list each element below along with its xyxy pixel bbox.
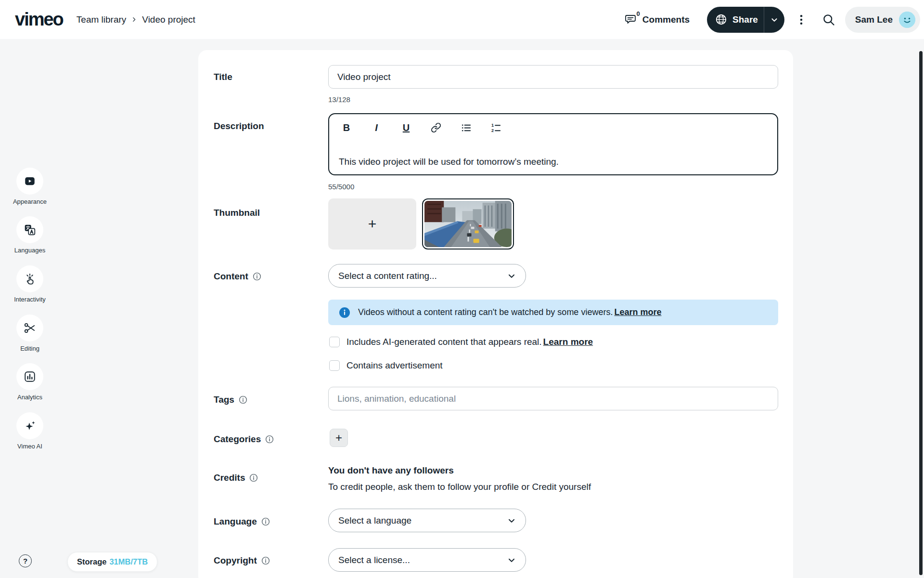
ai-content-text: Includes AI-generated content that appea… bbox=[346, 337, 542, 347]
comments-label: Comments bbox=[642, 14, 690, 25]
copyright-label: Copyright bbox=[214, 554, 270, 567]
ai-learn-more-link[interactable]: Learn more bbox=[543, 337, 593, 347]
categories-label: Categories bbox=[214, 433, 274, 446]
editing-icon bbox=[16, 315, 43, 342]
content-rating-select[interactable]: Select a content rating... bbox=[328, 264, 526, 288]
title-char-count: 13/128 bbox=[328, 95, 350, 104]
bold-button[interactable]: B bbox=[340, 121, 353, 134]
info-icon[interactable] bbox=[249, 473, 258, 482]
credits-label-text: Credits bbox=[214, 473, 245, 483]
user-name: Sam Lee bbox=[855, 14, 893, 25]
advertisement-checkbox-label: Contains advertisement bbox=[346, 360, 443, 371]
info-icon[interactable] bbox=[265, 435, 274, 444]
underline-button[interactable]: U bbox=[399, 121, 413, 134]
sidebar-item-interactivity[interactable]: Interactivity bbox=[0, 265, 60, 303]
share-label: Share bbox=[732, 14, 758, 25]
advertisement-checkbox[interactable] bbox=[329, 360, 340, 371]
content-rating-banner: Videos without a content rating can't be… bbox=[328, 300, 778, 325]
languages-icon bbox=[16, 216, 43, 243]
info-icon[interactable] bbox=[239, 395, 247, 404]
add-category-button[interactable]: + bbox=[330, 429, 348, 447]
link-icon bbox=[431, 122, 441, 133]
user-menu[interactable]: Sam Lee bbox=[845, 7, 920, 33]
top-bar: vimeo Team library Video project 0 Comme… bbox=[0, 0, 924, 39]
chevron-down-icon bbox=[506, 555, 517, 565]
video-settings-card: Title 13/128 Description B I U bbox=[198, 50, 793, 578]
thumbnail-selected[interactable] bbox=[422, 198, 514, 250]
learn-more-link[interactable]: Learn more bbox=[614, 307, 661, 317]
tags-label-text: Tags bbox=[214, 394, 234, 405]
help-button[interactable]: ? bbox=[19, 554, 32, 567]
info-icon[interactable] bbox=[261, 556, 270, 565]
description-char-count: 55/5000 bbox=[328, 183, 354, 191]
vimeo-logo[interactable]: vimeo bbox=[15, 9, 63, 30]
search-button[interactable] bbox=[821, 12, 836, 27]
thumbnail-image bbox=[424, 201, 512, 247]
chevron-down-icon bbox=[506, 515, 517, 526]
content-label-text: Content bbox=[214, 271, 248, 282]
info-icon[interactable] bbox=[261, 517, 270, 526]
link-button[interactable] bbox=[429, 121, 443, 134]
comments-icon: 0 bbox=[624, 13, 638, 26]
search-icon bbox=[822, 13, 835, 26]
more-options-button[interactable] bbox=[794, 13, 808, 27]
sidebar-item-label: Editing bbox=[20, 345, 39, 352]
description-editor[interactable]: B I U bbox=[328, 113, 778, 175]
kebab-menu-icon bbox=[795, 13, 808, 26]
language-label-text: Language bbox=[214, 516, 257, 527]
sidebar-item-label: Analytics bbox=[17, 394, 42, 401]
sidebar-item-languages[interactable]: Languages bbox=[0, 216, 60, 254]
privacy-globe-icon bbox=[715, 13, 728, 26]
comments-button[interactable]: 0 Comments bbox=[621, 13, 693, 26]
info-filled-icon bbox=[339, 307, 350, 318]
sidebar-item-label: Vimeo AI bbox=[17, 443, 42, 450]
breadcrumb-team-library[interactable]: Team library bbox=[77, 14, 126, 25]
italic-button[interactable]: I bbox=[370, 121, 383, 134]
chevron-down-icon bbox=[769, 14, 780, 25]
copyright-select[interactable]: Select a license... bbox=[328, 548, 526, 572]
copyright-label-text: Copyright bbox=[214, 555, 257, 566]
share-button[interactable]: Share bbox=[707, 7, 764, 33]
sidebar-item-editing[interactable]: Editing bbox=[0, 315, 60, 352]
ai-content-checkbox-label: Includes AI-generated content that appea… bbox=[346, 337, 593, 347]
credits-heading: You don't have any followers bbox=[328, 465, 454, 476]
share-button-group: Share bbox=[707, 7, 784, 33]
interactivity-icon bbox=[16, 265, 43, 292]
question-mark-icon: ? bbox=[23, 557, 27, 565]
categories-label-text: Categories bbox=[214, 434, 261, 445]
language-label: Language bbox=[214, 515, 270, 528]
content-rating-value: Select a content rating... bbox=[338, 271, 437, 281]
sidebar-item-appearance[interactable]: Appearance bbox=[0, 168, 60, 205]
info-icon[interactable] bbox=[253, 272, 261, 281]
sidebar-item-label: Interactivity bbox=[14, 296, 46, 303]
ai-content-checkbox-row[interactable]: Includes AI-generated content that appea… bbox=[329, 337, 593, 347]
description-text[interactable]: This video project will be used for tomo… bbox=[339, 157, 559, 167]
chevron-right-icon bbox=[131, 16, 137, 23]
thumbnail-add-button[interactable]: + bbox=[328, 198, 416, 250]
tags-input[interactable] bbox=[328, 387, 778, 410]
numbered-list-button[interactable]: 1 2 bbox=[489, 121, 502, 134]
bullet-list-icon bbox=[461, 122, 472, 133]
numbered-list-icon: 1 2 bbox=[490, 122, 501, 133]
vimeo-ai-icon bbox=[16, 412, 43, 439]
advertisement-checkbox-row[interactable]: Contains advertisement bbox=[329, 360, 443, 371]
sidebar-item-label: Appearance bbox=[13, 198, 47, 205]
copyright-value: Select a license... bbox=[338, 555, 410, 565]
share-dropdown-button[interactable] bbox=[764, 7, 784, 33]
thumbnail-label: Thumbnail bbox=[214, 207, 260, 219]
storage-indicator[interactable]: Storage 31MB/7TB bbox=[67, 552, 157, 572]
credits-description: To credit people, ask them to follow you… bbox=[328, 482, 591, 492]
plus-icon: + bbox=[335, 431, 342, 445]
language-select[interactable]: Select a language bbox=[328, 509, 526, 532]
description-label: Description bbox=[214, 120, 264, 132]
sidebar-item-vimeo-ai[interactable]: Vimeo AI bbox=[0, 412, 60, 450]
chevron-down-icon bbox=[506, 271, 517, 281]
ai-content-checkbox[interactable] bbox=[329, 337, 340, 347]
breadcrumb-current: Video project bbox=[142, 14, 195, 25]
title-input[interactable] bbox=[328, 65, 778, 89]
sidebar-item-analytics[interactable]: Analytics bbox=[0, 363, 60, 401]
content-label: Content bbox=[214, 270, 261, 283]
scrollbar[interactable] bbox=[919, 51, 923, 575]
storage-value: 31MB/7TB bbox=[109, 557, 148, 566]
bullet-list-button[interactable] bbox=[459, 121, 473, 134]
